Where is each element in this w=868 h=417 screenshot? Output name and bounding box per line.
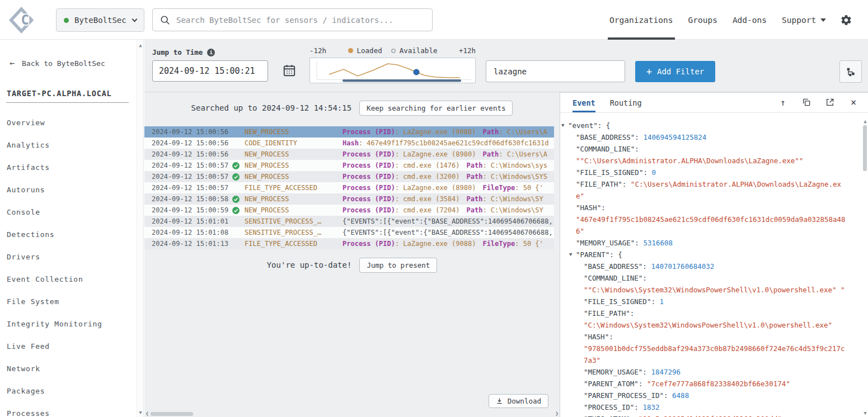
sidebar-item-event-collection[interactable]: Event Collection: [0, 268, 137, 290]
event-details: Process (PID): cmd.exe (7204)Path: C:\Wi…: [342, 206, 554, 214]
event-field-label: Hash: [342, 139, 359, 147]
event-field-value: : cmd.exe (3584): [395, 195, 460, 203]
sidebar-item-detections[interactable]: Detections: [0, 223, 137, 245]
event-row[interactable]: 2024-09-12 15:00:57NEW_PROCESSProcess (P…: [144, 171, 554, 182]
event-details: Process (PID): LaZagne.exe (8980)Path: C…: [342, 150, 554, 158]
json-colon: :: [642, 368, 651, 376]
scroll-right-icon[interactable]: ❯: [555, 410, 559, 416]
event-field-label: Path: [467, 162, 483, 169]
open-in-new-button[interactable]: [824, 97, 836, 108]
settings-button[interactable]: [840, 13, 853, 27]
close-button[interactable]: ×: [848, 97, 859, 108]
event-field-value: : LaZagne.exe (8980): [395, 184, 476, 192]
scroll-up-icon[interactable]: ▲: [138, 42, 143, 48]
event-field: Path: C:\Windows\SYS: [467, 173, 548, 181]
chevron-down-icon: [132, 16, 138, 22]
nav-item-organizations[interactable]: Organizations: [609, 0, 673, 40]
hscroll-thumb[interactable]: [151, 412, 193, 416]
sidebar-item-live-feed[interactable]: Live Feed: [0, 335, 137, 357]
json-string-value: "C:\Windows\System32\WindowsPowerShell\v…: [584, 321, 832, 329]
sidebar-item-analytics[interactable]: Analytics: [0, 134, 137, 156]
datetime-input[interactable]: [152, 60, 268, 82]
event-row[interactable]: 2024-09-12 15:00:56NEW_PROCESSProcess (P…: [144, 149, 554, 160]
vscroll-thumb[interactable]: [863, 125, 867, 171]
sidebar-item-artifacts[interactable]: Artifacts: [0, 156, 137, 178]
event-row[interactable]: 2024-09-12 15:01:01SENSITIVE_PROCESS_…{"…: [144, 216, 554, 227]
tab-routing[interactable]: Routing: [610, 93, 642, 112]
event-timestamp: 2024-09-12 15:00:58: [152, 195, 230, 203]
event-type: FILE_TYPE_ACCESSED: [245, 184, 329, 192]
event-field-label: FileType: [482, 240, 515, 248]
event-row[interactable]: 2024-09-12 15:00:57FILE_TYPE_ACCESSEDPro…: [144, 182, 554, 193]
search-input[interactable]: [176, 16, 425, 25]
info-icon[interactable]: i: [207, 49, 215, 56]
timeline-controls: Jump to Time i -12h LoadedAvailable +12h…: [144, 40, 868, 92]
json-key: "event": [568, 121, 598, 130]
jump-to-present-button[interactable]: Jump to present: [359, 258, 437, 273]
event-row[interactable]: 2024-09-12 15:00:56CODE_IDENTITYHash: 46…: [144, 138, 554, 149]
event-field-value: : cmd.exe (7204): [395, 206, 460, 214]
back-link[interactable]: ← Back to ByteBoltSec: [10, 58, 105, 68]
event-row[interactable]: 2024-09-12 15:00:56NEW_PROCESSProcess (P…: [144, 126, 554, 138]
event-details: Process (PID): LaZagne.exe (8980)FileTyp…: [342, 184, 554, 192]
event-field-value: : 50 {': [515, 240, 543, 248]
org-selector[interactable]: ByteBoltSec: [56, 8, 144, 32]
json-string-value: ""C:\Users\Administrator.ALPHA\Downloads…: [576, 157, 803, 165]
json-line: "PARENT_PROCESS_ID": 6488: [560, 390, 849, 401]
nav-item-add-ons[interactable]: Add-ons: [733, 0, 767, 40]
process-tree-button[interactable]: [839, 60, 862, 83]
event-field: Process (PID): LaZagne.exe (9088): [342, 128, 476, 136]
sidebar-item-processes[interactable]: Processes: [0, 402, 137, 417]
collapse-caret-icon[interactable]: ▼: [561, 120, 564, 131]
download-button[interactable]: Download: [489, 394, 548, 408]
event-timestamp: 2024-09-12 15:00:59: [152, 206, 230, 214]
collapse-caret-icon[interactable]: ▼: [569, 249, 572, 260]
scroll-down-icon[interactable]: ▼: [862, 410, 868, 416]
keep-searching-button[interactable]: Keep searching for earlier events: [359, 101, 513, 116]
event-field-value: : C:\Windows\sys: [482, 162, 547, 169]
legend-available[interactable]: Available: [391, 46, 438, 55]
nav-item-support[interactable]: Support: [782, 0, 826, 40]
event-field: Process (PID): cmd.exe (3200): [342, 173, 460, 181]
sidebar-item-packages[interactable]: Packages: [0, 380, 137, 402]
sidebar-item-autoruns[interactable]: Autoruns: [0, 178, 137, 201]
event-row[interactable]: 2024-09-12 15:00:58NEW_PROCESSProcess (P…: [144, 193, 554, 205]
sidebar-item-drivers[interactable]: Drivers: [0, 245, 137, 268]
sidebar-item-integrity-monitoring[interactable]: Integrity Monitoring: [0, 312, 137, 335]
copy-button[interactable]: [801, 97, 812, 108]
sidebar-item-console[interactable]: Console: [0, 201, 137, 223]
json-colon: :: [635, 145, 643, 153]
minus-12h-label: -12h: [309, 46, 326, 55]
sidebar-item-network[interactable]: Network: [0, 357, 137, 380]
event-row[interactable]: 2024-09-12 15:00:59NEW_PROCESSProcess (P…: [144, 205, 554, 216]
detail-scrollbar[interactable]: ▲ ▼: [861, 117, 868, 417]
sidebar-item-file-system[interactable]: File System: [0, 290, 137, 312]
calendar-button[interactable]: [282, 63, 298, 78]
horizontal-scrollbar[interactable]: ❮ ❯: [144, 411, 560, 417]
event-field-value: : cmd.exe (1476): [395, 162, 460, 169]
timeline-sparkline[interactable]: [309, 58, 476, 83]
event-row[interactable]: 2024-09-12 15:00:57NEW_PROCESSProcess (P…: [144, 160, 554, 171]
sidebar-item-overview[interactable]: Overview: [0, 111, 137, 134]
tab-event[interactable]: Event: [573, 93, 595, 112]
upload-button[interactable]: ↑: [777, 97, 789, 108]
sidebar-nav: OverviewAnalyticsArtifactsAutorunsConsol…: [0, 111, 137, 417]
event-field-value: : 467e49f1f795c1b08245ae621c59cdf06df630…: [359, 139, 549, 147]
filter-input[interactable]: [486, 60, 625, 82]
sidebar-scrollbar[interactable]: ▲ ▼: [137, 40, 143, 417]
event-details: Process (PID): LaZagne.exe (9088)Path: C…: [342, 128, 554, 136]
add-filter-button[interactable]: + Add Filter: [635, 61, 715, 82]
scroll-down-icon[interactable]: ▼: [138, 410, 143, 415]
copy-icon: [802, 98, 811, 107]
json-line: ▼"event": {: [560, 120, 849, 131]
legend-loaded[interactable]: Loaded: [348, 46, 382, 55]
event-row[interactable]: 2024-09-12 15:01:08SENSITIVE_PROCESS_…{"…: [144, 227, 554, 238]
json-line: "PARENT_ATOM": "7cef7e777a868f82338402bf…: [560, 378, 849, 390]
nav-item-groups[interactable]: Groups: [688, 0, 717, 40]
event-row[interactable]: 2024-09-12 15:01:13FILE_TYPE_ACCESSEDPro…: [144, 238, 554, 249]
event-check-cell: [230, 196, 245, 203]
scroll-up-icon[interactable]: ▲: [862, 119, 868, 124]
scroll-left-icon[interactable]: ❮: [146, 410, 149, 416]
json-colon: :: [635, 133, 643, 141]
json-line: "FILE_PATH": "C:\Users\Administrator.ALP…: [560, 178, 849, 202]
